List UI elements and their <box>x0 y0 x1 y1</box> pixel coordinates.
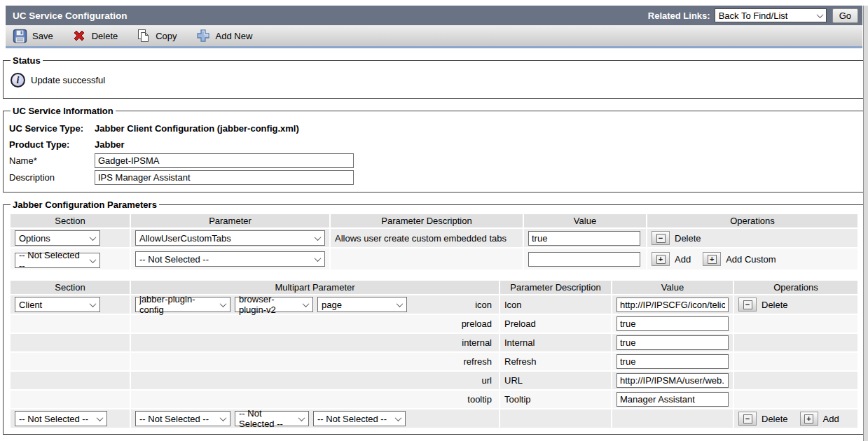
chevron-down-icon <box>303 300 310 307</box>
parameter-value-input[interactable] <box>616 373 729 388</box>
add-row-button[interactable]: + <box>652 252 670 266</box>
multipart-row-preload: preload Preload <box>11 315 857 332</box>
status-legend: Status <box>11 55 43 66</box>
plus-icon: + <box>804 414 813 424</box>
name-label: Name <box>9 155 34 166</box>
delete-row-button[interactable]: − <box>652 231 670 245</box>
chevron-down-icon <box>220 414 227 421</box>
delete-row-button[interactable]: − <box>738 412 757 426</box>
multipart-select-2[interactable]: browser-plugin-v2 <box>235 297 313 312</box>
chevron-down-icon <box>395 414 402 421</box>
section-select[interactable]: -- Not Selected -- <box>15 253 100 268</box>
product-type-label: Product Type: <box>9 139 95 150</box>
chevron-down-icon <box>315 234 322 241</box>
go-button[interactable]: Go <box>832 8 858 23</box>
multipart-select-3[interactable]: -- Not Selected -- <box>313 411 406 426</box>
col-header-multipart-parameter: Multipart Parameter <box>131 281 499 294</box>
add-plus-icon <box>195 28 211 43</box>
status-section: Status i Update successful <box>3 55 865 99</box>
col-header-section: Section <box>11 214 130 227</box>
chevron-down-icon <box>97 414 104 421</box>
multipart-row-refresh: refresh Refresh <box>11 353 857 370</box>
uc-service-type-value: Jabber Client Configuration (jabber-conf… <box>95 123 299 134</box>
parameter-value-input[interactable] <box>616 335 729 350</box>
parameter-value-input[interactable] <box>528 231 640 246</box>
parameter-description-text: URL <box>500 372 611 389</box>
parameter-value-input[interactable] <box>616 298 729 312</box>
multipart-key: icon <box>475 300 495 310</box>
add-custom-label: Add Custom <box>726 254 776 265</box>
new-parameter-row: -- Not Selected -- -- Not Selected -- <box>11 248 857 270</box>
parameter-description-text: Icon <box>500 295 611 314</box>
delete-row-label: Delete <box>675 233 701 244</box>
multipart-key: internal <box>131 334 499 351</box>
chevron-down-icon <box>298 414 305 421</box>
multipart-key: url <box>131 372 499 389</box>
jabber-configuration-parameters-legend: Jabber Configuration Parameters <box>11 200 159 210</box>
jabber-configuration-parameters-section: Jabber Configuration Parameters Section … <box>3 200 865 435</box>
toolbar-copy-label: Copy <box>156 31 177 41</box>
parameter-value-input[interactable] <box>528 252 640 267</box>
multipart-key: tooltip <box>131 391 499 408</box>
add-row-button[interactable]: + <box>800 412 818 426</box>
status-message: Update successful <box>31 75 105 85</box>
multipart-row-url: url URL <box>11 372 857 389</box>
section-select[interactable]: -- Not Selected -- <box>15 411 107 426</box>
chevron-down-icon <box>315 255 322 262</box>
plus-icon: + <box>656 255 666 264</box>
section-select[interactable]: Options <box>15 230 100 246</box>
multipart-select-1[interactable]: -- Not Selected -- <box>135 411 230 426</box>
parameter-value-input[interactable] <box>616 392 729 407</box>
uc-service-information-section: UC Service Information UC Service Type: … <box>3 106 865 192</box>
parameter-value-input[interactable] <box>616 316 729 331</box>
add-custom-button[interactable]: + <box>703 252 721 266</box>
minus-icon: − <box>743 414 752 424</box>
multipart-select-1[interactable]: jabber-plugin-config <box>135 297 230 312</box>
parameter-select[interactable]: AllowUserCustomTabs <box>135 230 325 246</box>
multipart-key: preload <box>131 315 499 332</box>
chevron-down-icon <box>90 300 97 307</box>
multipart-select-2[interactable]: -- Not Selected -- <box>235 411 309 426</box>
col-header-parameter: Parameter <box>131 214 329 227</box>
delete-row-button[interactable]: − <box>738 298 757 312</box>
uc-service-configuration-page: UC Service Configuration Related Links: … <box>0 0 868 441</box>
add-row-label: Add <box>823 414 839 424</box>
parameter-description-text: Tooltip <box>500 391 611 408</box>
add-row-label: Add <box>675 254 691 265</box>
table-header-row: Section Multipart Parameter Parameter De… <box>11 281 857 294</box>
title-bar: UC Service Configuration Related Links: … <box>6 6 862 25</box>
parameter-description-text: Internal <box>500 334 611 351</box>
toolbar-copy-button[interactable]: Copy <box>136 28 177 43</box>
page-title: UC Service Configuration <box>13 10 128 21</box>
chevron-down-icon <box>397 300 404 307</box>
multipart-select-3[interactable]: page <box>317 297 407 312</box>
related-links-selected-value: Back To Find/List <box>719 10 788 21</box>
chevron-down-icon <box>220 300 227 307</box>
info-icon: i <box>11 73 25 88</box>
col-header-value: Value <box>524 214 646 227</box>
chevron-down-icon <box>90 256 97 263</box>
parameters-table: Section Parameter Parameter Description … <box>9 213 859 271</box>
col-header-operations: Operations <box>734 281 857 294</box>
description-label: Description <box>9 172 95 183</box>
delete-row-label: Delete <box>762 414 788 424</box>
name-input[interactable] <box>95 153 354 168</box>
chevron-down-icon <box>816 11 823 18</box>
parameter-value-input[interactable] <box>616 354 729 369</box>
section-select[interactable]: Client <box>15 297 100 312</box>
toolbar: Save Delete Copy <box>6 25 862 48</box>
parameter-description-text: Refresh <box>500 353 611 370</box>
description-input[interactable] <box>95 170 354 185</box>
toolbar-delete-button[interactable]: Delete <box>71 28 118 43</box>
uc-service-type-label: UC Service Type: <box>9 123 95 134</box>
toolbar-add-new-button[interactable]: Add New <box>195 28 253 43</box>
toolbar-save-button[interactable]: Save <box>13 29 53 43</box>
chevron-down-icon <box>90 234 97 241</box>
parameter-select[interactable]: -- Not Selected -- <box>135 251 325 267</box>
related-links-select[interactable]: Back To Find/List <box>715 8 827 22</box>
new-multipart-row: -- Not Selected -- -- Not Selected -- --… <box>11 410 857 428</box>
toolbar-delete-label: Delete <box>92 31 118 41</box>
required-asterisk: * <box>34 155 37 166</box>
col-header-value: Value <box>612 281 733 294</box>
col-header-operations: Operations <box>647 214 857 227</box>
